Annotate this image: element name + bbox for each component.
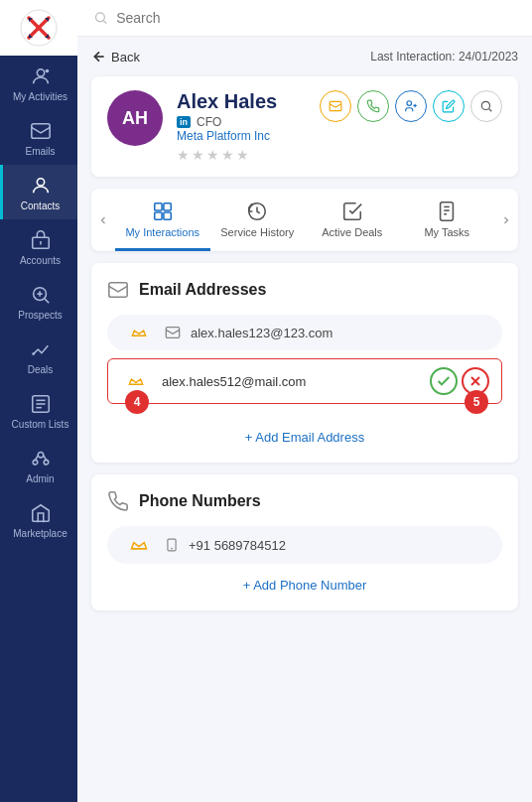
tab-my-tasks[interactable]: My Tasks [400, 189, 495, 251]
tab-left-arrow[interactable] [91, 206, 115, 234]
svg-point-27 [96, 13, 105, 22]
tab-service-history-label: Service History [220, 226, 294, 238]
svg-rect-30 [330, 101, 341, 110]
marketplace-icon [30, 502, 52, 524]
step-badge-4: 4 [125, 390, 149, 414]
svg-point-10 [37, 179, 44, 186]
contacts-icon [30, 175, 52, 197]
svg-rect-41 [441, 202, 454, 220]
service-history-tab-icon [246, 200, 268, 222]
app-logo-icon [19, 8, 59, 48]
svg-point-8 [45, 69, 49, 73]
svg-rect-39 [164, 212, 171, 219]
phone-value-1: +91 5689784512 [189, 538, 486, 553]
tab-my-interactions[interactable]: My Interactions [115, 189, 210, 251]
sidebar-item-custom-lists-label: Custom Lists [12, 419, 69, 430]
email-edit-input[interactable] [162, 374, 420, 389]
svg-line-26 [43, 456, 46, 461]
sidebar-item-prospects-label: Prospects [18, 310, 62, 321]
sidebar-item-accounts-label: Accounts [20, 255, 61, 266]
search-contact-button[interactable] [470, 90, 502, 122]
email-action-icon [329, 99, 342, 113]
crown-icon-container [123, 325, 155, 340]
search-icon [93, 10, 108, 26]
step-badge-5: 5 [465, 390, 488, 414]
content-area: Back Last Interaction: 24/01/2023 AH Ale… [77, 37, 532, 802]
active-deals-tab-icon [341, 200, 363, 222]
cancel-icon [467, 373, 483, 389]
add-phone-link[interactable]: + Add Phone Number [107, 572, 502, 595]
star-rating[interactable]: ★ ★ ★ ★ ★ [177, 147, 306, 163]
logo [0, 0, 77, 56]
svg-point-31 [407, 101, 412, 106]
svg-line-28 [103, 21, 106, 24]
sidebar-item-custom-lists[interactable]: Custom Lists [0, 383, 77, 438]
prospects-icon [30, 284, 52, 306]
svg-line-25 [35, 456, 38, 461]
back-button[interactable]: Back [91, 49, 140, 65]
tab-right-arrow[interactable] [494, 206, 518, 234]
add-email-link[interactable]: + Add Email Address [107, 424, 502, 447]
sidebar-item-admin-label: Admin [26, 473, 54, 484]
sidebar-item-prospects[interactable]: Prospects [0, 274, 77, 329]
star-2[interactable]: ★ [192, 147, 204, 163]
email-section: Email Addresses alex.hales123@123.com [91, 263, 518, 463]
sidebar-item-marketplace-label: Marketplace [13, 528, 66, 539]
sidebar-item-emails[interactable]: Emails [0, 110, 77, 165]
star-3[interactable]: ★ [206, 147, 219, 163]
sidebar-item-accounts[interactable]: Accounts [0, 219, 77, 274]
back-label: Back [111, 50, 140, 65]
svg-point-7 [37, 69, 44, 76]
contact-company[interactable]: Meta Platform Inc [177, 129, 306, 143]
crown-icon-edit-container [120, 373, 152, 389]
svg-rect-38 [155, 212, 162, 219]
phone-row-1: +91 5689784512 [107, 526, 502, 564]
contact-meta: in CFO [177, 115, 306, 129]
tab-my-interactions-label: My Interactions [125, 226, 200, 238]
my-interactions-tab-icon [152, 200, 174, 222]
tab-service-history[interactable]: Service History [210, 189, 306, 251]
crown-edit-icon [128, 373, 144, 389]
phone-section-icon [107, 490, 129, 512]
email-action-button[interactable] [320, 90, 351, 122]
tab-active-deals[interactable]: Active Deals [305, 189, 400, 251]
svg-rect-37 [164, 203, 171, 210]
chevron-right-icon [500, 214, 512, 226]
svg-rect-9 [31, 124, 49, 139]
email-section-header: Email Addresses [107, 279, 502, 301]
sidebar-item-marketplace[interactable]: Marketplace [0, 492, 77, 547]
phone-icon [165, 538, 179, 552]
confirm-edit-button[interactable] [430, 367, 458, 395]
confirm-icon [436, 373, 452, 389]
sidebar-item-contacts[interactable]: Contacts [0, 165, 77, 219]
svg-rect-36 [155, 203, 162, 210]
svg-rect-45 [109, 283, 127, 298]
sidebar-item-admin[interactable]: Admin [0, 438, 77, 492]
star-1[interactable]: ★ [177, 147, 190, 163]
email-value-1: alex.hales123@123.com [191, 326, 486, 340]
sidebar-item-deals[interactable]: Deals [0, 329, 77, 383]
edit-action-button[interactable] [433, 90, 465, 122]
email-edit-row [107, 358, 502, 404]
phone-action-button[interactable] [357, 90, 389, 122]
search-contact-icon [479, 99, 493, 113]
svg-point-22 [38, 453, 44, 459]
star-5[interactable]: ★ [236, 147, 249, 163]
contact-action-button[interactable] [395, 90, 427, 122]
email-section-title: Email Addresses [139, 281, 266, 299]
sidebar-item-contacts-label: Contacts [21, 200, 60, 211]
back-bar: Back Last Interaction: 24/01/2023 [91, 49, 518, 65]
phone-section-title: Phone Numbers [139, 492, 261, 510]
contact-name: Alex Hales [177, 90, 306, 113]
star-4[interactable]: ★ [221, 147, 234, 163]
crown-phone-icon-container [123, 536, 155, 554]
crown-icon [131, 325, 147, 340]
main-content: Back Last Interaction: 24/01/2023 AH Ale… [77, 0, 532, 802]
contact-info: Alex Hales in CFO Meta Platform Inc ★ ★ … [177, 90, 306, 163]
sidebar-item-my-activities[interactable]: My Activities [0, 56, 77, 110]
avatar: AH [107, 90, 163, 146]
tab-my-tasks-label: My Tasks [424, 226, 469, 238]
search-input[interactable] [116, 10, 516, 26]
phone-section-header: Phone Numbers [107, 490, 502, 512]
phone-section: Phone Numbers +91 5689784512 + Add Phone… [91, 474, 518, 610]
